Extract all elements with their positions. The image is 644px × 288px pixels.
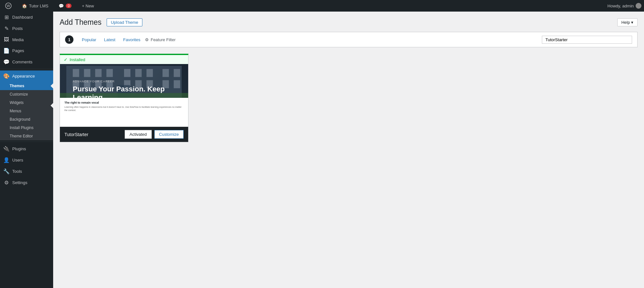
admin-bar: W 🏠 Tutor LMS 💬 0 + New Howdy, admin (0, 0, 644, 12)
submenu-label-menus: Menus (10, 109, 21, 113)
sidebar-item-appearance[interactable]: 🎨 Appearance Themes Customize Widgets (0, 70, 53, 140)
comments-count: 0 (66, 4, 72, 8)
submenu-item-customize[interactable]: Customize (0, 90, 53, 98)
svg-rect-6 (95, 69, 101, 77)
new-item[interactable]: + New (79, 0, 96, 12)
upload-theme-button[interactable]: Upload Theme (107, 18, 142, 26)
admin-sidebar: ⊞ Dashboard ✎ Posts 🖼 Media 📄 Pa (0, 12, 53, 288)
check-icon: ✓ (64, 57, 68, 62)
pages-icon: 📄 (3, 48, 10, 54)
theme-screenshot[interactable]: ADVANCE YOUR CAREER Pursue Your Passion.… (60, 64, 188, 127)
preview-subtitle: ADVANCE YOUR CAREER (73, 79, 175, 83)
wp-logo-item[interactable]: W (3, 0, 14, 12)
submenu-item-theme-editor[interactable]: Theme Editor (0, 132, 53, 140)
gear-icon: ⚙ (145, 37, 149, 42)
main-content: Add Themes Upload Theme Help ▾ 1 Popular… (53, 12, 644, 288)
theme-search-input[interactable] (542, 36, 632, 44)
installed-label: Installed (70, 57, 85, 62)
tab-favorites[interactable]: Favorites (120, 36, 143, 43)
sidebar-label-appearance: Appearance (12, 74, 35, 79)
appearance-icon: 🎨 (3, 73, 10, 79)
submenu-item-menus[interactable]: Menus (0, 107, 53, 115)
preview-section-title: The right to remain vocal (64, 101, 184, 104)
users-icon: 👤 (3, 157, 10, 163)
howdy-item[interactable]: Howdy, admin (608, 3, 641, 9)
svg-rect-10 (147, 69, 153, 77)
sidebar-item-tools[interactable]: 🔧 Tools (0, 166, 53, 177)
svg-rect-9 (135, 69, 142, 77)
customize-button[interactable]: Customize (154, 130, 184, 139)
plugins-icon: 🔌 (3, 146, 10, 152)
svg-rect-5 (84, 69, 91, 77)
home-icon: 🏠 (22, 4, 27, 8)
help-button[interactable]: Help ▾ (617, 18, 638, 26)
howdy-text: Howdy, admin (608, 4, 634, 8)
svg-rect-12 (174, 69, 180, 77)
svg-rect-8 (124, 69, 130, 77)
tab-latest[interactable]: Latest (101, 36, 119, 43)
sidebar-item-comments[interactable]: 💬 Comments (0, 56, 53, 68)
tab-popular[interactable]: Popular (79, 36, 100, 43)
posts-icon: ✎ (3, 25, 10, 32)
sidebar-label-pages: Pages (12, 48, 24, 53)
dashboard-icon: ⊞ (3, 14, 10, 20)
submenu-label-themes: Themes (10, 84, 24, 88)
submenu-label-theme-editor: Theme Editor (10, 134, 33, 138)
sidebar-label-dashboard: Dashboard (12, 15, 33, 20)
theme-card-tutorstarter: ✓ Installed (60, 54, 188, 142)
comments-icon: 💬 (59, 4, 64, 8)
sidebar-item-settings[interactable]: ⚙ Settings (0, 177, 53, 188)
new-label: + New (82, 4, 94, 8)
sidebar-item-posts[interactable]: ✎ Posts (0, 23, 53, 34)
sidebar-label-tools: Tools (12, 169, 22, 174)
sidebar-label-posts: Posts (12, 26, 23, 31)
sidebar-item-media[interactable]: 🖼 Media (0, 34, 53, 45)
submenu-label-customize: Customize (10, 92, 28, 97)
filter-tabs: Popular Latest Favorites ⚙ Feature Filte… (79, 36, 537, 43)
submenu-item-background[interactable]: Background (0, 115, 53, 124)
theme-preview: ADVANCE YOUR CAREER Pursue Your Passion.… (60, 64, 188, 127)
site-name-item[interactable]: 🏠 Tutor LMS (19, 0, 51, 12)
svg-text:W: W (7, 4, 10, 8)
svg-rect-4 (73, 69, 79, 77)
admin-avatar (636, 3, 641, 9)
submenu-label-background: Background (10, 117, 30, 122)
comments-item[interactable]: 💬 0 (56, 0, 74, 12)
tools-icon: 🔧 (3, 168, 10, 174)
sidebar-label-media: Media (12, 37, 24, 42)
filter-bar: 1 Popular Latest Favorites ⚙ Feature Fil… (60, 32, 638, 47)
preview-lower-section: The right to remain vocal Learning often… (60, 98, 188, 127)
submenu-label-install-plugins: Install Plugins (10, 125, 34, 130)
activated-button[interactable]: Activated (125, 130, 151, 139)
sidebar-label-comments: Comments (12, 60, 33, 64)
sidebar-label-settings: Settings (12, 180, 27, 185)
site-name: Tutor LMS (29, 4, 48, 8)
sidebar-item-pages[interactable]: 📄 Pages (0, 45, 53, 56)
sidebar-item-plugins[interactable]: 🔌 Plugins (0, 143, 53, 154)
submenu-label-widgets: Widgets (10, 100, 24, 105)
filter-count: 1 (65, 35, 73, 44)
submenu-item-widgets[interactable]: Widgets (0, 98, 53, 107)
theme-actions: Activated Customize (125, 130, 184, 139)
media-icon: 🖼 (3, 37, 10, 42)
svg-rect-11 (162, 69, 169, 77)
sidebar-label-plugins: Plugins (12, 146, 26, 151)
theme-grid: ✓ Installed (60, 54, 638, 142)
feature-filter-label: Feature Filter (151, 37, 176, 42)
sidebar-label-users: Users (12, 158, 23, 163)
submenu-item-themes[interactable]: Themes (0, 82, 53, 90)
theme-card-footer: TutorStarter Activated Customize (60, 127, 188, 142)
svg-rect-7 (106, 69, 113, 77)
settings-icon: ⚙ (3, 180, 10, 186)
sidebar-item-dashboard[interactable]: ⊞ Dashboard (0, 12, 53, 23)
page-header: Add Themes Upload Theme Help ▾ (60, 18, 638, 27)
page-title: Add Themes (60, 18, 101, 27)
comments-menu-icon: 💬 (3, 59, 10, 65)
sidebar-item-users[interactable]: 👤 Users (0, 154, 53, 166)
installed-banner: ✓ Installed (60, 55, 188, 64)
feature-filter-button[interactable]: ⚙ Feature Filter (145, 36, 176, 43)
submenu-item-install-plugins[interactable]: Install Plugins (0, 124, 53, 132)
preview-section-text: Learning often happens in classrooms but… (64, 106, 184, 112)
theme-name: TutorStarter (64, 132, 88, 137)
